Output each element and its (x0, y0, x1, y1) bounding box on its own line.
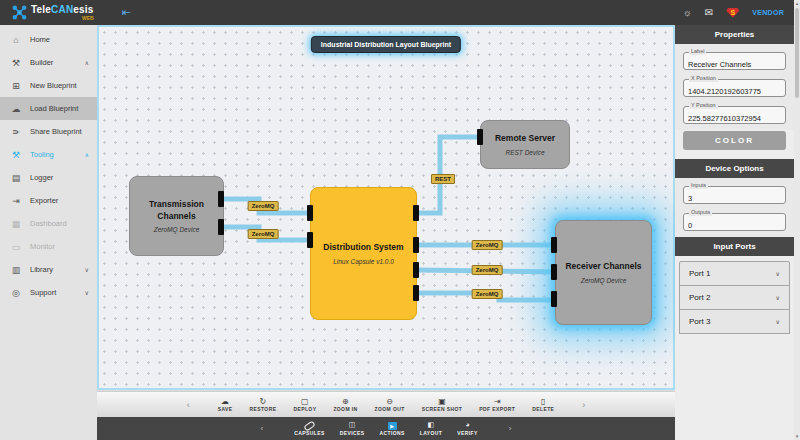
monitor-icon: ▭ (10, 242, 22, 252)
blueprint-title: Industrial Distribution Layout Blueprint (311, 36, 461, 53)
devices-icon: ◫ (349, 421, 356, 430)
node-receiver-channels[interactable]: Receiver Channels ZeroMQ Device (555, 220, 652, 325)
port-3-dropdown[interactable]: Port 3 ∨ (679, 309, 790, 334)
port-receiver-in-2[interactable] (551, 264, 557, 280)
scroll-up-icon[interactable]: ▴ (796, 0, 799, 7)
wire-label-zeromq: ZeroMQ (248, 229, 279, 239)
zoom-out-icon: ⊖ (386, 398, 393, 407)
port-receiver-in-3[interactable] (551, 291, 557, 307)
sidebar-item-tooling[interactable]: ⚒ Tooling ∧ (0, 143, 97, 166)
wire-label-zeromq: ZeroMQ (248, 201, 279, 211)
sidebar-item-library[interactable]: ▥ Library ∨ (0, 258, 97, 281)
nav-prev-icon[interactable]: ‹ (245, 424, 280, 433)
port-receiver-in-1[interactable] (551, 237, 557, 253)
nav-next-icon[interactable]: › (493, 424, 528, 433)
zoom-in-icon: ⊕ (342, 398, 349, 407)
cloud-download-icon: ☁ (10, 104, 22, 114)
wire-label-rest: REST (431, 174, 455, 184)
sidebar-item-exporter[interactable]: ⇥ Exporter (0, 189, 97, 212)
app-logo: TeleCANesis WEB (0, 5, 94, 21)
port-1-dropdown[interactable]: Port 1 ∨ (679, 261, 790, 286)
delete-button[interactable]: ▯ DELETE (529, 398, 557, 413)
brand-subtitle: WEB (31, 16, 94, 21)
dashboard-icon: ▦ (10, 219, 22, 229)
tab-capsules[interactable]: CAPSULES (294, 421, 324, 436)
port-transmission-out-1[interactable] (218, 191, 224, 207)
sidebar-item-home[interactable]: ⌂ Home (0, 28, 97, 51)
port-distribution-out-4[interactable] (413, 285, 419, 301)
port-remote-server-in[interactable] (477, 129, 483, 145)
x-position-input[interactable] (684, 84, 785, 100)
pdf-export-button[interactable]: ⇥ PDF EXPORT (476, 398, 518, 413)
chevron-down-icon: ∨ (85, 266, 89, 273)
scroll-down-icon[interactable]: ▾ (796, 433, 799, 440)
sidebar-item-load-blueprint[interactable]: ☁ Load Blueprint (0, 97, 97, 120)
vendor-shield-icon[interactable]: S (726, 8, 739, 18)
left-sidebar: ⌂ Home ⚒ Builder ∧ ⊞ New Blueprint ☁ Loa… (0, 25, 97, 440)
toolbar-next-icon[interactable]: › (568, 400, 599, 410)
port-distribution-out-2[interactable] (413, 237, 419, 253)
x-position-field: X Position (683, 79, 786, 97)
support-icon: ◎ (10, 288, 22, 298)
color-button[interactable]: COLOR (683, 131, 786, 150)
zoom-out-button[interactable]: ⊖ ZOOM OUT (372, 398, 408, 413)
blueprint-canvas[interactable]: Industrial Distribution Layout Blueprint… (97, 25, 675, 390)
port-distribution-in-2[interactable] (307, 232, 313, 248)
sidebar-item-share-blueprint[interactable]: ⋔ Share Blueprint (0, 120, 97, 143)
tab-verify[interactable]: ◕ VERIFY (457, 421, 477, 436)
sidebar-item-builder[interactable]: ⚒ Builder ∧ (0, 51, 97, 74)
device-options-header: Device Options (675, 159, 794, 178)
screenshot-icon: ▣ (438, 398, 446, 407)
wrench-icon: ⚒ (10, 58, 22, 68)
sidebar-item-logger[interactable]: ▤ Logger (0, 166, 97, 189)
port-distribution-in-1[interactable] (307, 205, 313, 221)
cloud-save-icon: ☁ (221, 398, 229, 407)
chevron-down-icon: ∨ (85, 289, 89, 296)
collapse-sidebar-icon[interactable]: ⇤ (122, 6, 131, 19)
page-scrollbar[interactable]: ▴ ▾ (794, 0, 800, 440)
wire-label-zeromq: ZeroMQ (472, 240, 503, 250)
port-2-dropdown[interactable]: Port 2 ∨ (679, 285, 790, 310)
brightness-icon[interactable]: ☼ (683, 7, 692, 18)
share-icon: ⋔ (10, 127, 22, 137)
screenshot-button[interactable]: ▣ SCREEN SHOT (419, 398, 466, 413)
inputs-input[interactable] (684, 191, 785, 207)
node-transmission-channels[interactable]: Transmission Channels ZeroMQ Device (129, 176, 224, 256)
verify-icon: ◕ (465, 421, 469, 430)
properties-header: Properties (675, 25, 794, 44)
new-file-icon: ⊞ (10, 81, 22, 91)
capsule-icon (304, 421, 315, 430)
sidebar-item-new-blueprint[interactable]: ⊞ New Blueprint (0, 74, 97, 97)
outputs-input[interactable] (684, 218, 785, 234)
node-distribution-system[interactable]: Distribution System Linux Capsule v1.0.0 (310, 187, 417, 320)
tab-layout[interactable]: ◧ LAYOUT (420, 421, 443, 436)
sidebar-item-monitor: ▭ Monitor (0, 235, 97, 258)
y-position-input[interactable] (684, 111, 785, 127)
play-icon: ▶ (388, 422, 397, 430)
toolbar-prev-icon[interactable]: ‹ (173, 400, 204, 410)
sidebar-item-support[interactable]: ◎ Support ∨ (0, 281, 97, 304)
zoom-in-button[interactable]: ⊕ ZOOM IN (330, 398, 360, 413)
port-distribution-out-3[interactable] (413, 262, 419, 278)
vendor-label[interactable]: VENDOR (752, 9, 784, 16)
restore-button[interactable]: ↻ RESTORE (247, 398, 280, 413)
node-remote-server[interactable]: Remote Server REST Device (480, 120, 570, 169)
layout-icon: ◧ (428, 421, 435, 430)
deploy-button[interactable]: ▢ DEPLOY (290, 398, 319, 413)
pdf-export-icon: ⇥ (494, 398, 501, 407)
scrollbar-thumb[interactable] (795, 8, 799, 98)
document-icon: ▤ (10, 173, 22, 183)
canvas-toolbar: ‹ ☁ SAVE ↻ RESTORE ▢ DEPLOY ⊕ ZOOM IN ⊖ … (97, 391, 675, 418)
port-transmission-out-2[interactable] (218, 219, 224, 235)
sidebar-item-dashboard: ▦ Dashboard (0, 212, 97, 235)
chevron-up-icon: ∧ (85, 59, 89, 66)
tab-devices[interactable]: ◫ DEVICES (340, 421, 365, 436)
tab-actions[interactable]: ▶ ACTIONS (379, 422, 404, 436)
port-distribution-out-1[interactable] (413, 205, 419, 221)
save-button[interactable]: ☁ SAVE (215, 398, 236, 413)
restore-icon: ↻ (260, 398, 267, 407)
tools-icon: ⚒ (10, 150, 22, 160)
messages-icon[interactable]: ✉ (705, 7, 713, 18)
label-input[interactable] (684, 57, 785, 73)
chevron-up-icon: ∧ (85, 151, 89, 158)
